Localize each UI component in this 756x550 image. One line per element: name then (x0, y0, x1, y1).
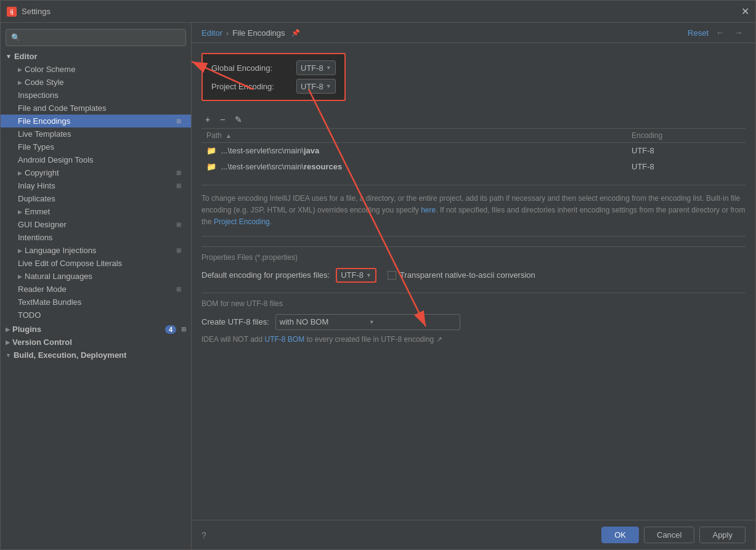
properties-section-title: Properties Files (*.properties) (201, 246, 746, 262)
sidebar-item-label: Color Scheme (25, 65, 75, 74)
table-row[interactable]: 📁 ...\test-servlet\src\main\java UTF-8 (201, 143, 746, 159)
sidebar-item-label: Copyright (25, 168, 59, 177)
add-path-button[interactable]: + (201, 113, 214, 126)
sidebar-item-live-templates[interactable]: Live Templates (1, 127, 191, 140)
expand-icon: ▶ (18, 209, 22, 215)
nav-forward-button[interactable]: → (732, 28, 746, 38)
encoding-cell: UTF-8 (627, 159, 746, 175)
table-row[interactable]: 📁 ...\test-servlet\src\main\resources UT… (201, 159, 746, 175)
breadcrumb-parent[interactable]: Editor (201, 28, 222, 38)
close-button[interactable]: ✕ (741, 6, 749, 17)
transparent-checkbox[interactable] (388, 271, 396, 280)
sidebar-item-reader-mode[interactable]: Reader Mode ⊞ (1, 283, 191, 296)
edit-path-button[interactable]: ✎ (231, 113, 246, 126)
nav-back-button[interactable]: ← (713, 28, 727, 38)
bom-info-prefix: IDEA will NOT add (201, 335, 264, 344)
sidebar-item-label: Inspections (18, 91, 59, 100)
properties-encoding-dropdown[interactable]: UTF-8 ▼ (336, 268, 376, 283)
bom-info-link[interactable]: UTF-8 BOM (264, 335, 304, 344)
breadcrumb-bar: Editor › File Encodings 📌 Reset ← → (192, 23, 755, 43)
apply-button[interactable]: Apply (699, 527, 746, 543)
sidebar-item-label: Live Templates (18, 129, 71, 139)
sidebar-item-intentions[interactable]: Intentions (1, 231, 191, 244)
sidebar-item-build[interactable]: ▼ Build, Execution, Deployment (1, 349, 191, 362)
grid-icon: ⊞ (176, 247, 181, 254)
bom-value-dropdown[interactable]: with NO BOM ▼ (275, 314, 460, 330)
project-encoding-link[interactable]: Project Encoding (214, 217, 270, 226)
sidebar-item-textmate[interactable]: TextMate Bundles (1, 296, 191, 309)
sidebar-item-editor[interactable]: ▼ Editor (1, 50, 191, 63)
sidebar-item-gui-designer[interactable]: GUI Designer ⊞ (1, 218, 191, 231)
help-button[interactable]: ? (201, 530, 206, 540)
path-suffix: resources (304, 162, 342, 171)
sidebar-item-duplicates[interactable]: Duplicates (1, 192, 191, 205)
project-encoding-row: Project Encoding: UTF-8 ▼ (211, 79, 336, 94)
encoding-box: Global Encoding: UTF-8 ▼ Project Encodin… (201, 53, 346, 101)
file-encoding-table: Path ▲ Encoding 📁 ...\test-servlet\src\m… (201, 129, 746, 175)
sidebar-label-plugins: Plugins (12, 325, 41, 334)
sidebar-item-file-encodings[interactable]: File Encodings ⊞ (1, 115, 191, 127)
sidebar-item-todo[interactable]: TODO (1, 309, 191, 322)
search-box[interactable]: 🔍 (6, 29, 186, 46)
path-prefix: ...\test-servlet\src\main\ (221, 146, 304, 155)
sort-asc-icon: ▲ (226, 132, 232, 139)
sidebar-item-label: Intentions (18, 233, 52, 242)
properties-label: Default encoding for properties files: (201, 270, 330, 280)
sidebar-item-label: TODO (18, 310, 41, 320)
properties-section: Properties Files (*.properties) Default … (201, 246, 746, 283)
bom-create-row: Create UTF-8 files: with NO BOM ▼ (201, 314, 746, 330)
sidebar-label-version-control: Version Control (12, 338, 72, 347)
editor-group: ▼ Editor ▶ Color Scheme ▶ Code Style (1, 50, 191, 322)
remove-path-button[interactable]: − (216, 113, 229, 126)
sidebar-item-label: Language Injections (25, 246, 96, 255)
sidebar: 🔍 ▼ Editor ▶ Color Scheme ▶ (1, 23, 192, 549)
grid-icon: ⊞ (176, 118, 181, 124)
dropdown-arrow: ▼ (366, 272, 372, 278)
sidebar-item-inspections[interactable]: Inspections (1, 89, 191, 102)
sidebar-item-language-injections[interactable]: ▶ Language Injections ⊞ (1, 244, 191, 257)
sidebar-label-build: Build, Execution, Deployment (14, 350, 126, 360)
sidebar-item-code-style[interactable]: ▶ Code Style (1, 76, 191, 89)
breadcrumb-current: File Encodings (232, 28, 285, 38)
main-content: 🔍 ▼ Editor ▶ Color Scheme ▶ (1, 23, 755, 549)
breadcrumb-pin-icon: 📌 (291, 29, 300, 37)
sidebar-item-label: Emmet (25, 207, 50, 216)
sidebar-item-label: Android Design Tools (18, 155, 94, 164)
project-encoding-label: Project Encoding: (211, 82, 291, 91)
sidebar-item-live-edit[interactable]: Live Edit of Compose Literals (1, 257, 191, 270)
project-encoding-dropdown[interactable]: UTF-8 ▼ (296, 79, 336, 94)
path-cell: 📁 ...\test-servlet\src\main\java (201, 143, 627, 159)
sidebar-item-label: File Types (18, 142, 54, 152)
global-encoding-value: UTF-8 (301, 63, 323, 73)
sidebar-item-emmet[interactable]: ▶ Emmet (1, 205, 191, 218)
grid-icon: ⊞ (176, 169, 181, 176)
path-suffix: java (304, 146, 319, 155)
folder-icon: 📁 (206, 162, 216, 171)
global-encoding-dropdown[interactable]: UTF-8 ▼ (296, 60, 336, 75)
bom-section: BOM for new UTF-8 files Create UTF-8 fil… (201, 293, 746, 344)
sidebar-item-file-code-templates[interactable]: File and Code Templates (1, 102, 191, 115)
sidebar-item-color-scheme[interactable]: ▶ Color Scheme (1, 63, 191, 76)
expand-icon: ▶ (6, 326, 10, 333)
expand-icon: ▶ (18, 67, 22, 73)
reset-link[interactable]: Reset (688, 28, 709, 38)
window-title: Settings (22, 7, 51, 16)
sidebar-item-file-types[interactable]: File Types (1, 140, 191, 153)
search-input[interactable] (24, 33, 181, 42)
sidebar-item-version-control[interactable]: ▶ Version Control (1, 336, 191, 349)
here-link[interactable]: here (421, 206, 436, 214)
transparent-checkbox-label: Transparent native-to-ascii conversion (400, 270, 535, 280)
sidebar-item-copyright[interactable]: ▶ Copyright ⊞ (1, 166, 191, 179)
sidebar-item-natural-languages[interactable]: ▶ Natural Languages (1, 270, 191, 283)
sidebar-item-android-design-tools[interactable]: Android Design Tools (1, 153, 191, 166)
folder-icon: 📁 (206, 146, 216, 155)
ok-button[interactable]: OK (601, 527, 639, 543)
expand-icon: ▶ (18, 248, 22, 254)
settings-window: ij Settings ✕ 🔍 ▼ Editor ▶ Color (0, 0, 756, 550)
cancel-button[interactable]: Cancel (644, 527, 694, 543)
grid-icon: ⊞ (176, 221, 181, 228)
sidebar-item-plugins[interactable]: ▶ Plugins 4 ⊞ (1, 323, 191, 336)
expand-icon: ▶ (6, 339, 10, 346)
sidebar-item-inlay-hints[interactable]: Inlay Hints ⊞ (1, 179, 191, 192)
transparent-checkbox-row: Transparent native-to-ascii conversion (388, 270, 535, 280)
